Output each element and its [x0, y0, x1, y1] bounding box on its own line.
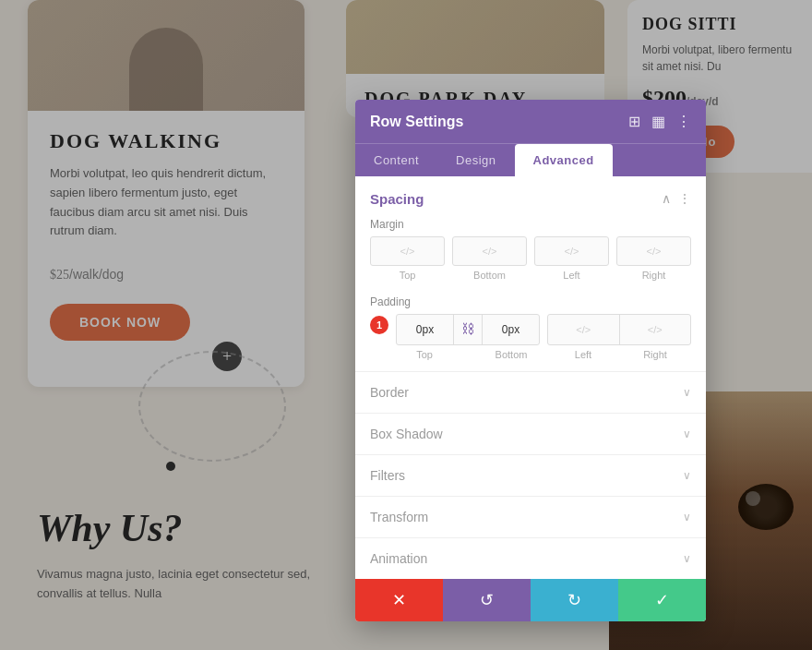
spacing-section-icons: ∧ ⋮: [662, 191, 691, 207]
margin-left-input[interactable]: </>: [534, 236, 609, 266]
transform-section[interactable]: Transform ∨: [355, 496, 706, 537]
fullscreen-icon[interactable]: ⊞: [628, 113, 640, 130]
padding-label: Padding: [370, 295, 691, 308]
modal-footer: ✕ ↺ ↻ ✓: [355, 579, 706, 621]
border-section[interactable]: Border ∨: [355, 371, 706, 413]
spacing-section-header: Spacing ∧ ⋮: [355, 176, 706, 214]
padding-sublabels-left: Top Bottom: [396, 349, 540, 360]
margin-right-label: Right: [642, 270, 666, 281]
margin-top-label: Top: [400, 270, 416, 281]
filters-arrow-icon: ∨: [683, 469, 691, 483]
padding-bottom-sublabel: Bottom: [483, 349, 540, 360]
modal-header-icons: ⊞ ▦ ⋮: [628, 113, 691, 130]
padding-bottom-input[interactable]: 0px: [483, 315, 539, 344]
save-button[interactable]: ✓: [618, 579, 706, 621]
code-icon-margin-top: </>: [400, 246, 415, 257]
more-section-icon[interactable]: ⋮: [678, 191, 691, 207]
more-options-icon[interactable]: ⋮: [676, 113, 691, 130]
filters-section[interactable]: Filters ∨: [355, 454, 706, 496]
link-icon[interactable]: ⛓: [453, 315, 483, 344]
box-shadow-label: Box Shadow: [370, 427, 443, 441]
margin-right-input[interactable]: </>: [616, 236, 691, 266]
tab-design[interactable]: Design: [437, 144, 514, 176]
redo-button[interactable]: ↻: [531, 579, 618, 621]
tab-advanced[interactable]: Advanced: [515, 144, 613, 176]
padding-right-input[interactable]: </>: [620, 315, 691, 344]
border-label: Border: [370, 385, 409, 400]
row-settings-modal: Row Settings ⊞ ▦ ⋮ Content Design Advanc…: [355, 100, 706, 621]
padding-top-input[interactable]: 0px: [397, 315, 453, 344]
undo-button[interactable]: ↺: [443, 579, 531, 621]
filters-label: Filters: [370, 468, 405, 483]
padding-linked-row: 0px ⛓ 0px: [396, 314, 540, 345]
margin-left-label: Left: [563, 270, 579, 281]
margin-fields-row: </> Top </> Bottom </> Left: [370, 236, 691, 281]
code-icon-margin-bottom: </>: [483, 246, 497, 257]
tab-content[interactable]: Content: [355, 144, 437, 176]
margin-bottom-input[interactable]: </>: [452, 236, 527, 266]
border-arrow-icon: ∨: [683, 386, 691, 400]
margin-bottom-group: </> Bottom: [452, 236, 527, 281]
animation-arrow-icon: ∨: [683, 552, 691, 566]
margin-label: Margin: [370, 218, 691, 231]
redo-icon: ↻: [567, 590, 581, 610]
padding-right-sublabel: Right: [619, 349, 691, 360]
margin-group: Margin </> Top </> Bottom </>: [355, 214, 706, 292]
cancel-button[interactable]: ✕: [355, 579, 443, 621]
margin-top-input[interactable]: </>: [370, 236, 445, 266]
box-shadow-arrow-icon: ∨: [683, 427, 691, 441]
box-shadow-section[interactable]: Box Shadow ∨: [355, 413, 706, 454]
spacing-title: Spacing: [370, 191, 424, 207]
grid-icon[interactable]: ▦: [651, 113, 665, 130]
margin-top-group: </> Top: [370, 236, 445, 281]
save-icon: ✓: [655, 590, 669, 610]
margin-bottom-label: Bottom: [473, 270, 506, 281]
collapse-icon[interactable]: ∧: [662, 191, 671, 207]
modal-tabs: Content Design Advanced: [355, 143, 706, 176]
code-icon-margin-left: </>: [565, 246, 579, 257]
chain-link-icon: ⛓: [461, 322, 474, 337]
padding-left-input[interactable]: </>: [548, 315, 619, 344]
code-icon-margin-right: </>: [647, 246, 662, 257]
animation-label: Animation: [370, 551, 427, 566]
padding-group: Padding 1 0px ⛓ 0px Top: [355, 292, 706, 371]
transform-arrow-icon: ∨: [683, 511, 691, 524]
padding-linked-left: 0px ⛓ 0px Top Bottom: [396, 314, 540, 364]
margin-left-group: </> Left: [534, 236, 609, 281]
modal-body: Spacing ∧ ⋮ Margin </> Top </>: [355, 176, 706, 579]
padding-right-fields: </> </> Left Right: [547, 314, 691, 364]
margin-right-group: </> Right: [616, 236, 691, 281]
padding-top-sublabel: Top: [396, 349, 453, 360]
undo-icon: ↺: [480, 590, 494, 610]
padding-badge: 1: [370, 316, 388, 334]
modal-title: Row Settings: [370, 114, 463, 130]
padding-left-right-row: </> </>: [547, 314, 691, 345]
animation-section[interactable]: Animation ∨: [355, 537, 706, 579]
padding-left-sublabel: Left: [547, 349, 619, 360]
cancel-icon: ✕: [392, 590, 406, 610]
modal-header: Row Settings ⊞ ▦ ⋮: [355, 100, 706, 143]
padding-sublabels-right: Left Right: [547, 349, 691, 360]
transform-label: Transform: [370, 510, 428, 524]
